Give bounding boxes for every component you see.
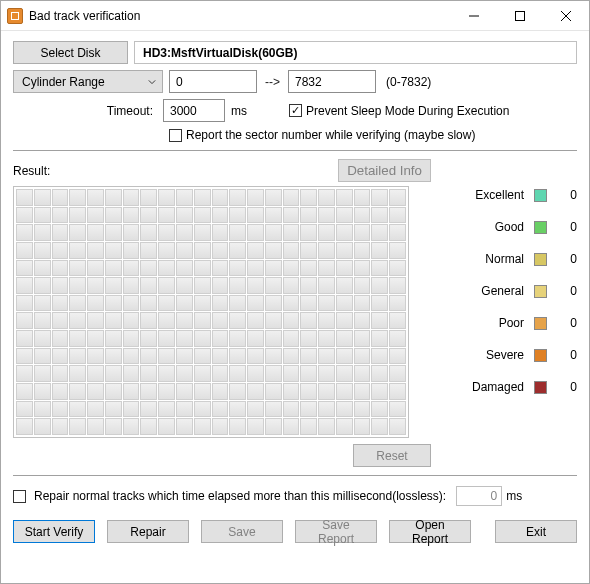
grid-cell <box>16 295 33 312</box>
range-to-input[interactable] <box>288 70 376 93</box>
grid-cell <box>69 383 86 400</box>
grid-cell <box>300 330 317 347</box>
grid-cell <box>229 348 246 365</box>
footer: Repair normal tracks which time elapsed … <box>13 486 577 543</box>
grid-cell <box>52 383 69 400</box>
grid-cell <box>105 207 122 224</box>
range-from-input[interactable] <box>169 70 257 93</box>
grid-cell <box>371 260 388 277</box>
legend-name: Good <box>495 220 524 234</box>
grid-cell <box>176 330 193 347</box>
grid-cell <box>389 418 406 435</box>
grid-cell <box>123 277 140 294</box>
detailed-info-button[interactable]: Detailed Info <box>338 159 431 182</box>
save-button[interactable]: Save <box>201 520 283 543</box>
prevent-sleep-checkbox[interactable] <box>289 104 302 117</box>
grid-cell <box>336 260 353 277</box>
grid-cell <box>140 418 157 435</box>
save-report-button[interactable]: Save Report <box>295 520 377 543</box>
grid-cell <box>87 383 104 400</box>
grid-cell <box>16 383 33 400</box>
block-grid <box>13 186 409 438</box>
prevent-sleep-row[interactable]: Prevent Sleep Mode During Execution <box>289 104 509 118</box>
grid-cell <box>140 348 157 365</box>
grid-cell <box>176 189 193 206</box>
grid-cell <box>140 207 157 224</box>
report-sector-checkbox[interactable] <box>169 129 182 142</box>
grid-cell <box>69 348 86 365</box>
grid-cell <box>52 401 69 418</box>
grid-cell <box>389 277 406 294</box>
grid-cell <box>336 365 353 382</box>
legend-count: 0 <box>557 348 577 362</box>
exit-button[interactable]: Exit <box>495 520 577 543</box>
grid-cell <box>300 383 317 400</box>
legend-row: Severe0 <box>433 348 577 362</box>
grid-cell <box>354 401 371 418</box>
grid-cell <box>16 260 33 277</box>
grid-cell <box>105 242 122 259</box>
grid-cell <box>69 418 86 435</box>
grid-cell <box>69 365 86 382</box>
grid-cell <box>354 348 371 365</box>
grid-cell <box>247 260 264 277</box>
grid-cell <box>265 348 282 365</box>
grid-cell <box>336 242 353 259</box>
grid-cell <box>318 383 335 400</box>
grid-cell <box>140 277 157 294</box>
grid-cell <box>336 207 353 224</box>
grid-cell <box>194 224 211 241</box>
grid-cell <box>318 207 335 224</box>
repair-threshold-checkbox[interactable] <box>13 490 26 503</box>
repair-threshold-value[interactable]: 0 <box>456 486 502 506</box>
open-report-button[interactable]: Open Report <box>389 520 471 543</box>
grid-cell <box>371 348 388 365</box>
select-disk-button[interactable]: Select Disk <box>13 41 128 64</box>
grid-cell <box>87 418 104 435</box>
report-sector-row[interactable]: Report the sector number while verifying… <box>169 128 475 142</box>
grid-cell <box>212 418 229 435</box>
grid-cell <box>389 224 406 241</box>
grid-cell <box>194 189 211 206</box>
reset-button[interactable]: Reset <box>353 444 431 467</box>
grid-cell <box>283 365 300 382</box>
grid-cell <box>176 260 193 277</box>
grid-cell <box>158 348 175 365</box>
grid-cell <box>300 365 317 382</box>
grid-cell <box>176 242 193 259</box>
divider-2 <box>13 475 577 476</box>
grid-cell <box>105 277 122 294</box>
grid-cell <box>229 295 246 312</box>
grid-cell <box>283 383 300 400</box>
grid-cell <box>194 418 211 435</box>
grid-cell <box>371 295 388 312</box>
grid-cell <box>371 418 388 435</box>
grid-cell <box>300 295 317 312</box>
grid-cell <box>318 312 335 329</box>
start-verify-button[interactable]: Start Verify <box>13 520 95 543</box>
range-hint: (0-7832) <box>386 75 431 89</box>
grid-cell <box>229 207 246 224</box>
maximize-button[interactable] <box>497 1 543 30</box>
grid-cell <box>212 330 229 347</box>
grid-cell <box>354 207 371 224</box>
repair-button[interactable]: Repair <box>107 520 189 543</box>
grid-cell <box>194 312 211 329</box>
timeout-input[interactable] <box>163 99 225 122</box>
grid-cell <box>283 312 300 329</box>
grid-cell <box>69 189 86 206</box>
grid-cell <box>212 242 229 259</box>
repair-threshold-row[interactable]: Repair normal tracks which time elapsed … <box>13 486 577 506</box>
grid-cell <box>176 401 193 418</box>
grid-cell <box>34 383 51 400</box>
grid-cell <box>336 401 353 418</box>
grid-cell <box>336 295 353 312</box>
close-button[interactable] <box>543 1 589 30</box>
prevent-sleep-label: Prevent Sleep Mode During Execution <box>306 104 509 118</box>
legend-swatch <box>534 189 547 202</box>
range-mode-dropdown[interactable]: Cylinder Range <box>13 70 163 93</box>
svg-rect-1 <box>516 11 525 20</box>
grid-cell <box>265 312 282 329</box>
grid-cell <box>194 207 211 224</box>
minimize-button[interactable] <box>451 1 497 30</box>
